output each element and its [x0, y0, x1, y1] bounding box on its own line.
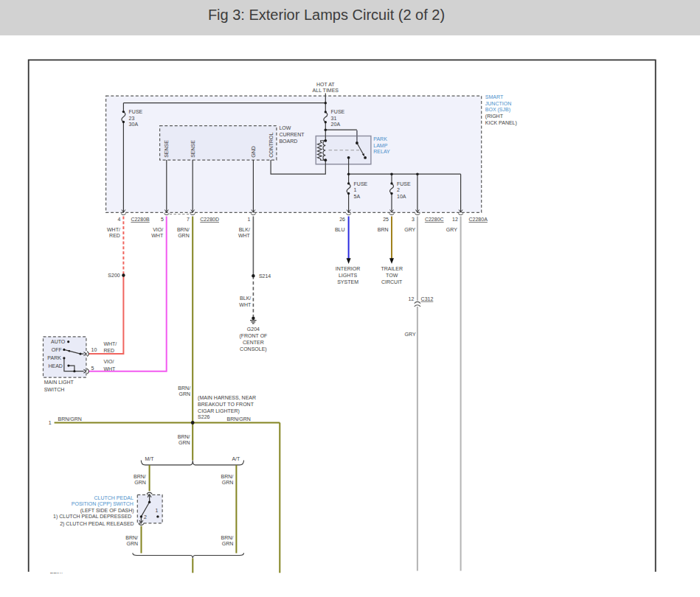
svg-text:GRN: GRN [179, 391, 191, 397]
svg-text:INTERIOR: INTERIOR [336, 266, 360, 271]
svg-text:1: 1 [354, 187, 357, 192]
svg-text:GRN: GRN [222, 541, 234, 546]
svg-text:FUSE: FUSE [354, 181, 368, 186]
svg-text:2) CLUTCH PEDAL RELEASED: 2) CLUTCH PEDAL RELEASED [60, 521, 134, 527]
svg-text:LOW: LOW [279, 125, 291, 130]
svg-text:BRN/: BRN/ [221, 535, 234, 540]
svg-text:BRN/: BRN/ [125, 535, 138, 540]
svg-text:FUSE: FUSE [331, 109, 345, 114]
svg-text:GRY: GRY [404, 227, 415, 232]
svg-text:1: 1 [155, 508, 158, 513]
svg-text:(FRONT OF: (FRONT OF [239, 333, 267, 339]
svg-text:TRAILER: TRAILER [381, 266, 403, 271]
svg-text:20A: 20A [331, 122, 341, 127]
svg-text:C2280B: C2280B [131, 217, 150, 222]
svg-text:SYSTEM: SYSTEM [337, 279, 358, 284]
svg-text:GRN: GRN [134, 480, 146, 485]
svg-text:WHT: WHT [238, 233, 251, 238]
svg-text:RED: RED [109, 233, 120, 238]
svg-text:12: 12 [409, 296, 415, 301]
svg-text:10: 10 [91, 347, 97, 352]
svg-text:AUTO: AUTO [51, 339, 66, 344]
svg-text:LAMP: LAMP [373, 143, 387, 148]
svg-text:31: 31 [331, 116, 337, 121]
svg-text:C2280D: C2280D [200, 217, 219, 222]
svg-text:26: 26 [339, 217, 345, 222]
svg-text:CIRCUIT: CIRCUIT [381, 279, 403, 284]
svg-text:POSITION (CPP) SWITCH: POSITION (CPP) SWITCH [72, 501, 134, 507]
svg-text:S214: S214 [259, 273, 271, 279]
svg-text:C312: C312 [421, 296, 434, 301]
svg-text:BRN/GRN: BRN/GRN [227, 416, 251, 422]
svg-text:23: 23 [129, 116, 135, 121]
svg-text:2: 2 [397, 187, 400, 192]
svg-text:BRN/GRN: BRN/GRN [58, 416, 82, 422]
svg-text:2: 2 [144, 514, 147, 520]
svg-text:BRN/: BRN/ [50, 572, 63, 577]
svg-text:12: 12 [452, 217, 458, 222]
svg-text:HOT AT: HOT AT [316, 82, 335, 87]
svg-text:JUNCTION: JUNCTION [485, 101, 511, 106]
svg-text:WHT: WHT [103, 366, 116, 371]
svg-text:GND: GND [251, 146, 256, 158]
svg-text:4: 4 [117, 217, 120, 222]
svg-text:GRN: GRN [178, 233, 190, 238]
svg-text:5: 5 [91, 366, 94, 371]
svg-text:5A: 5A [354, 194, 361, 199]
svg-text:M/T: M/T [145, 456, 154, 461]
svg-text:CLUTCH PEDAL: CLUTCH PEDAL [94, 495, 134, 500]
svg-text:HEAD: HEAD [48, 363, 62, 369]
svg-text:GRY: GRY [405, 332, 416, 337]
svg-text:BREAKOUT TO FRONT: BREAKOUT TO FRONT [198, 402, 254, 407]
svg-text:1) CLUTCH PEDAL DEPRESSED: 1) CLUTCH PEDAL DEPRESSED [53, 514, 131, 520]
svg-text:CENTER: CENTER [243, 340, 264, 345]
svg-text:WHT/: WHT/ [103, 341, 117, 346]
svg-text:CURRENT: CURRENT [279, 132, 305, 137]
svg-text:CONSOLE): CONSOLE) [240, 346, 267, 352]
svg-text:BRN/: BRN/ [178, 385, 190, 391]
svg-text:10A: 10A [397, 194, 406, 199]
svg-text:FUSE: FUSE [397, 181, 411, 186]
svg-text:C2280A: C2280A [469, 217, 488, 222]
svg-text:CIGAR LIGHTER): CIGAR LIGHTER) [198, 408, 240, 414]
svg-text:3: 3 [412, 217, 415, 222]
svg-text:RELAY: RELAY [373, 149, 390, 154]
svg-text:BRN/: BRN/ [177, 227, 190, 232]
svg-text:BLU: BLU [335, 227, 345, 232]
svg-text:SENSE: SENSE [164, 140, 169, 158]
svg-text:FUSE: FUSE [129, 109, 143, 114]
svg-text:25: 25 [383, 217, 389, 222]
svg-text:WHT/: WHT/ [107, 227, 120, 232]
svg-text:BRN/: BRN/ [178, 434, 190, 439]
svg-text:BLK/: BLK/ [240, 296, 251, 301]
svg-text:BRN: BRN [378, 227, 389, 232]
svg-text:VIO/: VIO/ [153, 227, 163, 232]
svg-text:1: 1 [247, 217, 250, 222]
svg-text:KICK PANEL): KICK PANEL) [485, 120, 517, 126]
svg-text:BOX (SJB): BOX (SJB) [485, 107, 510, 113]
svg-text:LIGHTS: LIGHTS [339, 273, 358, 278]
svg-text:CONTROL: CONTROL [268, 132, 274, 157]
svg-text:PARK: PARK [47, 355, 61, 360]
svg-text:BRN/: BRN/ [134, 474, 146, 479]
svg-text:ALL TIMES: ALL TIMES [313, 88, 339, 93]
svg-text:PARK: PARK [373, 136, 387, 142]
svg-text:BLK/: BLK/ [239, 227, 250, 232]
svg-text:5: 5 [161, 217, 164, 222]
svg-text:7: 7 [187, 217, 190, 222]
svg-text:(LEFT SIDE OF DASH): (LEFT SIDE OF DASH) [80, 508, 134, 514]
svg-text:BOARD: BOARD [279, 139, 297, 144]
svg-text:(MAIN HARNESS, NEAR: (MAIN HARNESS, NEAR [198, 395, 256, 401]
svg-text:30A: 30A [129, 122, 139, 127]
svg-text:TOW: TOW [386, 273, 398, 278]
svg-text:OFF: OFF [52, 347, 62, 352]
svg-text:SMART: SMART [485, 94, 504, 100]
svg-text:VIO/: VIO/ [103, 359, 114, 364]
svg-text:1: 1 [49, 420, 52, 425]
svg-text:GRN: GRN [222, 480, 234, 485]
svg-text:GRN: GRN [179, 440, 190, 445]
svg-text:BRN/: BRN/ [221, 474, 234, 479]
svg-text:GRN: GRN [126, 541, 138, 546]
svg-text:S226: S226 [198, 414, 209, 419]
svg-text:SENSE: SENSE [190, 140, 195, 158]
